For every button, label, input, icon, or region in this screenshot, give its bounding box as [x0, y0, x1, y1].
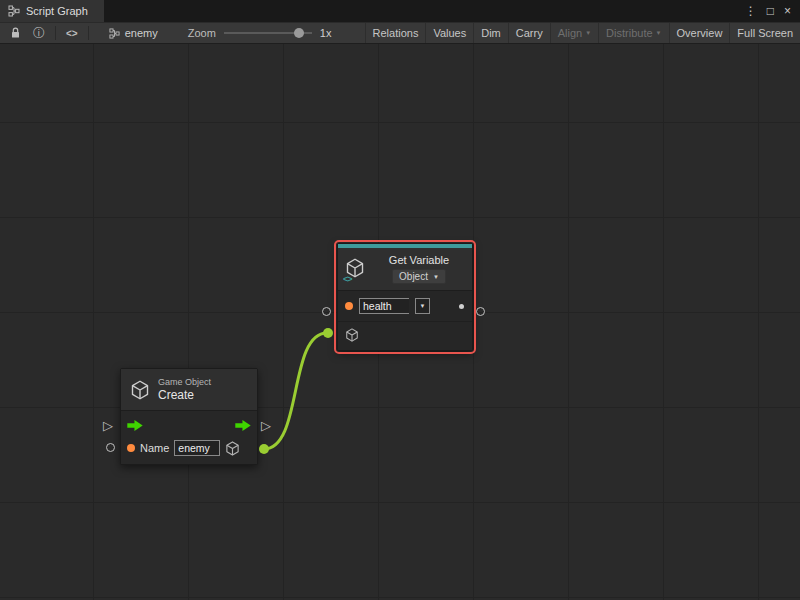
toolbar-separator: [88, 26, 89, 40]
chevron-down-icon: ▼: [656, 30, 662, 36]
game-object-cube-icon: [130, 380, 150, 400]
get-variable-body: ▼: [338, 290, 472, 350]
node-title: Create: [158, 388, 211, 402]
node-get-variable[interactable]: <> Get Variable Object ▼ ▼: [337, 243, 473, 351]
full-screen-button[interactable]: Full Screen: [729, 23, 800, 43]
get-variable-output-port[interactable]: [476, 307, 485, 316]
node-title: Get Variable: [389, 254, 449, 266]
get-variable-header: <> Get Variable Object ▼: [338, 248, 472, 290]
create-flow-in-port[interactable]: ▷: [103, 419, 113, 432]
get-variable-titles: Get Variable Object ▼: [373, 254, 465, 284]
code-icon[interactable]: <>: [60, 28, 84, 39]
game-object-cube-icon: [345, 328, 359, 342]
chevron-down-icon: ▼: [420, 303, 426, 309]
toolbar-buttons: Relations Values Dim Carry Align ▼ Distr…: [365, 23, 800, 43]
game-object-cube-icon: [225, 441, 240, 456]
value-port-orange-icon: [127, 444, 135, 452]
get-variable-input-port[interactable]: [322, 307, 331, 316]
chevron-down-icon: ▼: [585, 30, 591, 36]
variable-name-row: ▼: [345, 298, 465, 314]
graph-name: enemy: [125, 27, 158, 39]
zoom-label: Zoom: [188, 27, 216, 39]
window-tab-bar: Script Graph ⋮ □ ×: [0, 0, 800, 22]
variable-cube-icon: <>: [345, 258, 367, 280]
name-param-row: Name: [127, 440, 251, 456]
window-menu-icon[interactable]: ⋮: [740, 4, 762, 18]
flow-out-arrow-icon: [235, 420, 251, 431]
zoom-slider[interactable]: [224, 26, 312, 40]
node-category: Game Object: [158, 377, 211, 387]
align-button[interactable]: Align ▼: [550, 23, 598, 43]
code-icon: <>: [343, 274, 352, 284]
relations-button[interactable]: Relations: [365, 23, 426, 43]
script-graph-icon: [8, 5, 20, 17]
window-maximize-icon[interactable]: □: [762, 4, 779, 18]
graph-breadcrumb[interactable]: enemy: [109, 27, 158, 39]
create-titles: Game Object Create: [158, 377, 211, 402]
create-name-input-port[interactable]: [106, 443, 115, 452]
create-body: Name: [121, 410, 257, 464]
distribute-button[interactable]: Distribute ▼: [598, 23, 668, 43]
flow-in-arrow-icon: [127, 420, 143, 431]
values-button[interactable]: Values: [425, 23, 473, 43]
create-header: Game Object Create: [121, 369, 257, 410]
graph-toolbar: ⓘ <> enemy Zoom 1x Relations Values D: [0, 22, 800, 44]
flow-row: [127, 417, 251, 433]
row-divider: [338, 321, 472, 322]
value-port-orange-icon: [345, 302, 353, 310]
variable-name-dropdown[interactable]: ▼: [415, 298, 430, 314]
connection-wire[interactable]: [264, 333, 327, 449]
lock-icon[interactable]: [4, 27, 27, 39]
chevron-down-icon: ▼: [433, 274, 439, 280]
dim-button[interactable]: Dim: [473, 23, 508, 43]
info-icon[interactable]: ⓘ: [27, 25, 51, 42]
window-close-icon[interactable]: ×: [779, 4, 796, 18]
tab-script-graph[interactable]: Script Graph: [0, 0, 104, 22]
graph-canvas[interactable]: <> Get Variable Object ▼ ▼: [0, 44, 800, 600]
param-label: Name: [140, 442, 169, 454]
variable-name-input[interactable]: [359, 298, 409, 314]
tab-title: Script Graph: [26, 5, 88, 17]
output-port-dot-icon: [459, 304, 464, 309]
variable-scope-dropdown[interactable]: Object ▼: [392, 269, 446, 284]
create-flow-out-port[interactable]: ▷: [261, 419, 271, 432]
window-controls: ⋮ □ ×: [740, 0, 800, 22]
object-port-row: [345, 328, 465, 342]
zoom-slider-knob[interactable]: [294, 28, 304, 38]
zoom-value: 1x: [320, 27, 332, 39]
get-variable-object-port-connected[interactable]: [323, 328, 333, 338]
node-create-game-object[interactable]: Game Object Create Name: [120, 368, 258, 465]
create-output-port-connected[interactable]: [259, 444, 269, 454]
carry-button[interactable]: Carry: [508, 23, 550, 43]
script-graph-icon: [109, 28, 120, 39]
toolbar-separator: [55, 26, 56, 40]
overview-button[interactable]: Overview: [669, 23, 730, 43]
name-param-input[interactable]: [174, 440, 220, 456]
